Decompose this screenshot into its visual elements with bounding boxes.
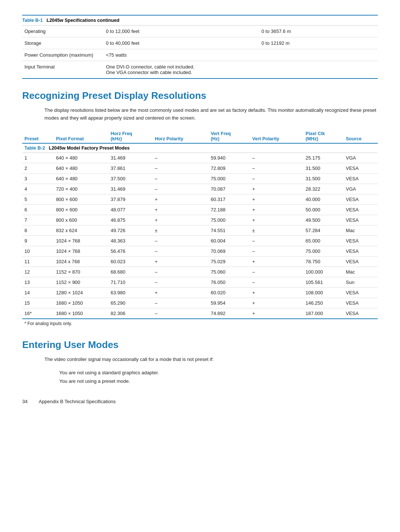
preset-num: 1 — [22, 153, 54, 163]
source: VESA — [344, 204, 378, 215]
table-row: 5800 × 60037.879+60.317+40.000VESA — [22, 194, 378, 204]
pixel-clk: 75.000 — [303, 246, 344, 256]
horz-pol: – — [153, 184, 209, 194]
pixel-format: 720 × 400 — [54, 184, 109, 194]
source: VESA — [344, 194, 378, 204]
preset-num: 3 — [22, 173, 54, 184]
spec-value: <75 watts — [104, 49, 259, 61]
spec-value: 0 to 40,000 feet — [104, 37, 259, 49]
col-header-source: Source — [344, 129, 378, 143]
vert-pol: + — [250, 194, 303, 204]
footer-text: Appendix B Technical Specifications — [39, 399, 116, 404]
vert-pol: + — [250, 308, 303, 319]
vert-freq: 74.892 — [209, 308, 250, 319]
pixel-clk: 31.500 — [303, 173, 344, 184]
table-b1-label: Table B-1 — [22, 18, 43, 23]
vert-pol: – — [250, 277, 303, 287]
preset-num: 8 — [22, 225, 54, 235]
source: VESA — [344, 246, 378, 256]
spec-value2: 0 to 3657.6 m — [259, 26, 378, 37]
vert-pol: + — [250, 215, 303, 225]
horz-pol: + — [153, 204, 209, 215]
preset-num: 9 — [22, 235, 54, 246]
horz-freq: 48.363 — [109, 235, 153, 246]
table-row: 2640 × 48037.861–72.809–31.500VESA — [22, 163, 378, 173]
pixel-clk: 105.561 — [303, 277, 344, 287]
vert-freq: 72.188 — [209, 204, 250, 215]
horz-pol: – — [153, 246, 209, 256]
vert-pol: – — [250, 163, 303, 173]
spec-value: 0 to 12,000 feet — [104, 26, 259, 37]
pixel-clk: 57.284 — [303, 225, 344, 235]
vert-freq: 60.317 — [209, 194, 250, 204]
horz-freq: 82.306 — [109, 308, 153, 319]
vert-freq: 59.954 — [209, 298, 250, 308]
horz-pol: – — [153, 163, 209, 173]
pixel-clk: 50.000 — [303, 204, 344, 215]
horz-pol: + — [153, 194, 209, 204]
section2-bullets: You are not using a standard graphics ad… — [59, 370, 378, 384]
table-row: 1640 × 48031.469–59.940–25.175VGA — [22, 153, 378, 163]
table-row: 4720 × 40031.469–70.087+28.322VGA — [22, 184, 378, 194]
horz-pol: – — [153, 267, 209, 277]
table-row: Power Consumption (maximum) <75 watts — [22, 49, 378, 61]
horz-pol: ± — [153, 225, 209, 235]
source: VGA — [344, 184, 378, 194]
section2-intro: The video controller signal may occasion… — [44, 356, 378, 364]
horz-freq: 37.879 — [109, 194, 153, 204]
section1-intro: The display resolutions listed below are… — [44, 107, 378, 122]
preset-num: 6 — [22, 204, 54, 215]
pixel-clk: 187.000 — [303, 308, 344, 319]
horz-freq: 31.469 — [109, 153, 153, 163]
preset-num: 5 — [22, 194, 54, 204]
vert-freq: 75.000 — [209, 173, 250, 184]
preset-num: 7 — [22, 215, 54, 225]
vert-freq: 70.069 — [209, 246, 250, 256]
vert-pol: + — [250, 287, 303, 298]
table-row: Storage 0 to 40,000 feet 0 to 12192 m — [22, 37, 378, 49]
preset-num: 4 — [22, 184, 54, 194]
pixel-format: 1680 × 1050 — [54, 308, 109, 319]
pixel-format: 640 × 480 — [54, 153, 109, 163]
horz-freq: 68.680 — [109, 267, 153, 277]
page-number: 34 — [22, 399, 27, 404]
vert-pol: – — [250, 235, 303, 246]
source: Mac — [344, 267, 378, 277]
horz-freq: 37.500 — [109, 173, 153, 184]
vert-freq: 59.940 — [209, 153, 250, 163]
vert-pol: + — [250, 298, 303, 308]
vert-pol: ± — [250, 225, 303, 235]
pixel-clk: 78.750 — [303, 256, 344, 267]
source: VESA — [344, 235, 378, 246]
pixel-format: 1680 × 1050 — [54, 298, 109, 308]
pixel-format: 1024 x 768 — [54, 256, 109, 267]
source: Sun — [344, 277, 378, 287]
preset-num: 11 — [22, 256, 54, 267]
pixel-clk: 28.322 — [303, 184, 344, 194]
table-row: 16*1680 × 105082.306–74.892+187.000VESA — [22, 308, 378, 319]
table-row: Operating 0 to 12,000 feet 0 to 3657.6 m — [22, 26, 378, 37]
preset-num: 12 — [22, 267, 54, 277]
horz-pol: – — [153, 173, 209, 184]
source: VESA — [344, 298, 378, 308]
horz-freq: 63.980 — [109, 287, 153, 298]
horz-pol: – — [153, 308, 209, 319]
specs-continuation-table: Table B-1 L2045w Specifications continue… — [22, 15, 378, 79]
col-header-vpol: Vert Polarity — [250, 129, 303, 143]
vert-pol: – — [250, 153, 303, 163]
pixel-format: 832 x 624 — [54, 225, 109, 235]
table-row: 7800 x 60046.875+75.000+49.500VESA — [22, 215, 378, 225]
pixel-clk: 40.000 — [303, 194, 344, 204]
vert-pol: – — [250, 267, 303, 277]
col-header-pixel: Pixel Format — [54, 129, 109, 143]
spec-value2 — [259, 49, 378, 61]
pixel-format: 800 × 600 — [54, 194, 109, 204]
vert-freq: 60.004 — [209, 235, 250, 246]
source: VESA — [344, 173, 378, 184]
preset-num: 16* — [22, 308, 54, 319]
vert-pol: – — [250, 246, 303, 256]
vert-freq: 75.060 — [209, 267, 250, 277]
pixel-format: 1280 × 1024 — [54, 287, 109, 298]
pixel-format: 640 × 480 — [54, 163, 109, 173]
preset-num: 13 — [22, 277, 54, 287]
